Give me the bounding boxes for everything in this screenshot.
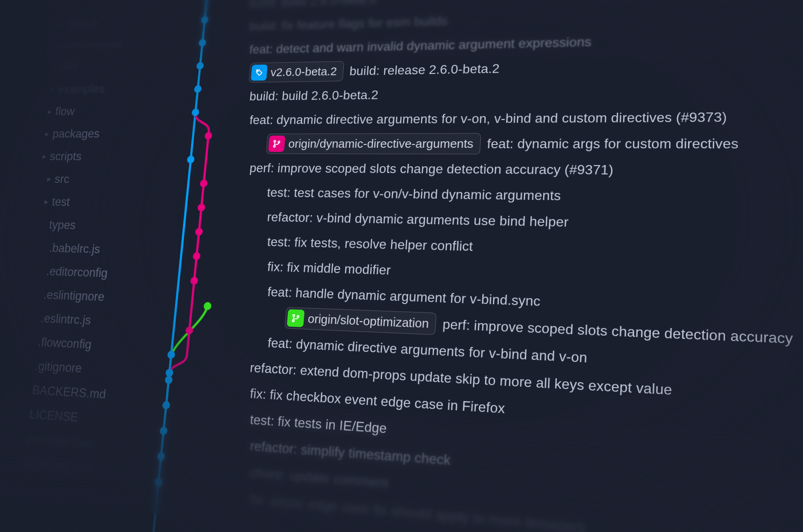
chevron-right-icon: ▸ (41, 151, 47, 161)
tree-item-label: examples (57, 82, 105, 96)
tree-item-label: types (49, 218, 77, 232)
tree-item-label: BACKERS.md (32, 383, 107, 402)
tree-item-label: .editorconfig (46, 264, 108, 280)
commit-message: refactor: v-bind dynamic arguments use b… (267, 210, 569, 230)
svg-point-19 (192, 252, 200, 260)
tree-item-label: .flowconfig (37, 335, 92, 352)
tree-item-label: flow (55, 104, 75, 118)
badge-label: v2.6.0-beta.2 (270, 65, 338, 79)
svg-point-20 (190, 277, 198, 285)
chevron-right-icon: ▸ (43, 197, 49, 206)
file-tree-file[interactable]: .babelrc.js (21, 236, 157, 263)
commit-message: build: build 2.6.0-beta.3 (249, 0, 377, 10)
git-log-pane: build: build 2.6.0-beta.3build: fix feat… (129, 0, 803, 532)
commit-row[interactable]: origin/dynamic-directive-argumentsfeat: … (235, 130, 803, 157)
svg-point-40 (293, 314, 295, 316)
badge-label: origin/dynamic-directive-arguments (288, 137, 474, 151)
svg-point-35 (165, 369, 174, 377)
tree-item-label: README.md (23, 456, 93, 476)
svg-point-36 (257, 71, 259, 72)
version-tag-badge[interactable]: v2.6.0-beta.2 (249, 61, 344, 83)
file-tree-folder[interactable]: types (24, 213, 160, 239)
svg-point-42 (297, 316, 299, 318)
commit-message: test: fix tests in IE/Edge (249, 412, 387, 436)
tree-item-label: .babelrc.js (49, 241, 101, 257)
chevron-right-icon: ▸ (52, 63, 58, 72)
tree-item-label: .gitignore (35, 359, 83, 376)
commit-message: feat: dynamic directive arguments for v-… (249, 109, 727, 127)
commit-message: build: build 2.6.0-beta.2 (249, 88, 379, 103)
chevron-right-icon: ▸ (47, 107, 53, 116)
chevron-right-icon: ▸ (46, 174, 52, 183)
tree-item-label: LICENSE (29, 407, 79, 425)
file-tree-folder[interactable]: ▸flow (38, 99, 171, 123)
svg-point-37 (274, 141, 276, 142)
tree-item-label: dist (60, 60, 78, 74)
file-tree-folder[interactable]: ▸src (30, 167, 165, 192)
commit-message: feat: detect and warn invalid dynamic ar… (249, 34, 592, 56)
branch-badge[interactable]: origin/slot-optimization (285, 307, 437, 335)
svg-point-39 (278, 141, 280, 143)
svg-point-17 (197, 204, 205, 212)
tree-item-label: scripts (49, 149, 82, 163)
branch-badge[interactable]: origin/dynamic-directive-arguments (266, 133, 481, 155)
commit-row[interactable]: feat: dynamic directive arguments for v-… (237, 103, 803, 132)
commit-message: fix: fix middle modifier (267, 259, 391, 277)
file-tree-folder[interactable]: ▸.github (49, 9, 181, 35)
git-branch-icon (287, 309, 305, 327)
tree-item-label: package.json (26, 431, 95, 451)
file-tree-folder[interactable]: ▸examples (41, 76, 174, 100)
file-tree-folder[interactable]: ▸scripts (33, 145, 167, 168)
chevron-right-icon: ▸ (57, 19, 63, 28)
commit-message: test: test cases for v-on/v-bind dynamic… (267, 185, 561, 204)
file-tree-folder[interactable]: ▸dist (43, 54, 177, 79)
commit-message: feat: handle dynamic argument for v-bind… (267, 284, 541, 309)
commit-message: build: release 2.6.0-beta.2 (349, 61, 500, 78)
chevron-right-icon: ▸ (55, 41, 60, 50)
commit-message: perf: improve scoped slots change detect… (249, 161, 613, 177)
tree-item-label: benchmarks (63, 37, 123, 52)
commit-message: feat: dynamic args for custom directives (487, 136, 739, 152)
file-tree-folder[interactable]: ▸test (27, 190, 162, 215)
tag-icon (251, 65, 267, 81)
commit-message: test: fix tests, resolve helper conflict (267, 234, 473, 254)
chevron-right-icon: ▸ (44, 129, 50, 139)
svg-point-16 (200, 179, 208, 187)
git-branch-icon (268, 136, 285, 152)
file-tree-folder[interactable]: ▸benchmarks (46, 31, 179, 57)
file-tree-folder[interactable]: ▸packages (35, 122, 169, 145)
svg-point-41 (292, 320, 294, 322)
tree-item-label: packages (52, 127, 100, 141)
svg-point-21 (203, 302, 212, 310)
svg-point-38 (273, 145, 275, 147)
svg-point-13 (204, 132, 212, 140)
badge-label: origin/slot-optimization (307, 312, 429, 331)
tree-item-label: .eslintignore (43, 287, 105, 304)
tree-item-label: src (54, 172, 70, 186)
tree-item-label: .eslintrc.js (40, 311, 92, 327)
editor-screen: ▸.github▸benchmarks▸dist▸examples▸flow▸p… (0, 0, 803, 532)
chevron-right-icon: ▸ (49, 85, 55, 94)
tree-item-label: test (51, 195, 70, 209)
commit-message: build: fix feature flags for esm builds (249, 14, 448, 33)
tree-item-label: .github (65, 16, 99, 30)
svg-point-18 (195, 228, 203, 236)
